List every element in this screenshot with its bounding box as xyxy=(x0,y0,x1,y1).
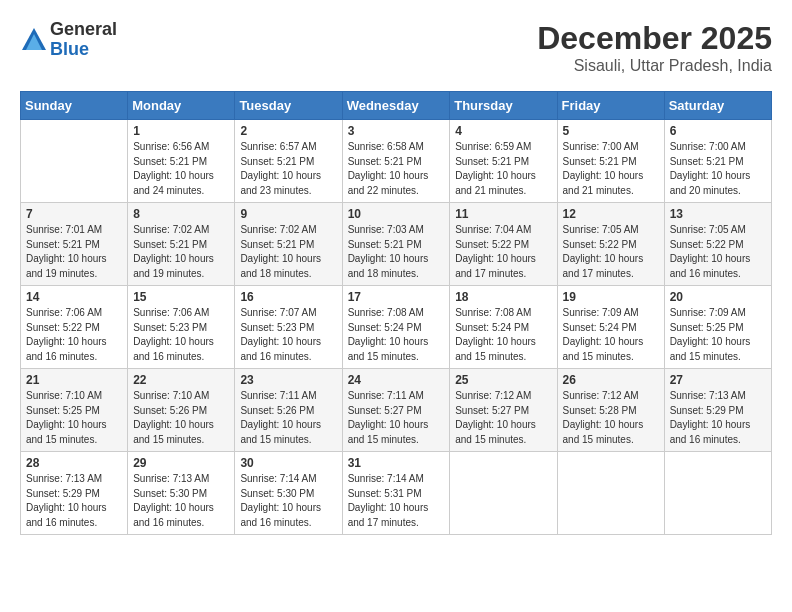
day-number: 23 xyxy=(240,373,336,387)
day-number: 31 xyxy=(348,456,445,470)
day-number: 13 xyxy=(670,207,766,221)
day-info: Sunrise: 7:14 AMSunset: 5:30 PMDaylight:… xyxy=(240,472,336,530)
day-number: 12 xyxy=(563,207,659,221)
calendar-day-cell: 15Sunrise: 7:06 AMSunset: 5:23 PMDayligh… xyxy=(128,286,235,369)
empty-cell xyxy=(450,452,557,535)
column-header-tuesday: Tuesday xyxy=(235,92,342,120)
logo-blue-text: Blue xyxy=(50,40,117,60)
column-header-wednesday: Wednesday xyxy=(342,92,450,120)
column-header-thursday: Thursday xyxy=(450,92,557,120)
day-number: 10 xyxy=(348,207,445,221)
calendar-day-cell: 30Sunrise: 7:14 AMSunset: 5:30 PMDayligh… xyxy=(235,452,342,535)
column-header-saturday: Saturday xyxy=(664,92,771,120)
day-number: 8 xyxy=(133,207,229,221)
day-number: 30 xyxy=(240,456,336,470)
calendar-day-cell: 27Sunrise: 7:13 AMSunset: 5:29 PMDayligh… xyxy=(664,369,771,452)
calendar-day-cell: 28Sunrise: 7:13 AMSunset: 5:29 PMDayligh… xyxy=(21,452,128,535)
calendar-day-cell: 19Sunrise: 7:09 AMSunset: 5:24 PMDayligh… xyxy=(557,286,664,369)
day-number: 22 xyxy=(133,373,229,387)
calendar-day-cell: 29Sunrise: 7:13 AMSunset: 5:30 PMDayligh… xyxy=(128,452,235,535)
calendar-table: SundayMondayTuesdayWednesdayThursdayFrid… xyxy=(20,91,772,535)
day-info: Sunrise: 6:56 AMSunset: 5:21 PMDaylight:… xyxy=(133,140,229,198)
day-info: Sunrise: 7:13 AMSunset: 5:30 PMDaylight:… xyxy=(133,472,229,530)
day-info: Sunrise: 7:11 AMSunset: 5:26 PMDaylight:… xyxy=(240,389,336,447)
day-number: 27 xyxy=(670,373,766,387)
day-number: 1 xyxy=(133,124,229,138)
day-info: Sunrise: 7:00 AMSunset: 5:21 PMDaylight:… xyxy=(670,140,766,198)
month-title: December 2025 xyxy=(537,20,772,57)
calendar-day-cell: 11Sunrise: 7:04 AMSunset: 5:22 PMDayligh… xyxy=(450,203,557,286)
calendar-day-cell: 18Sunrise: 7:08 AMSunset: 5:24 PMDayligh… xyxy=(450,286,557,369)
day-info: Sunrise: 7:05 AMSunset: 5:22 PMDaylight:… xyxy=(563,223,659,281)
day-info: Sunrise: 7:13 AMSunset: 5:29 PMDaylight:… xyxy=(26,472,122,530)
day-info: Sunrise: 7:07 AMSunset: 5:23 PMDaylight:… xyxy=(240,306,336,364)
day-info: Sunrise: 7:04 AMSunset: 5:22 PMDaylight:… xyxy=(455,223,551,281)
column-header-monday: Monday xyxy=(128,92,235,120)
calendar-week-row: 14Sunrise: 7:06 AMSunset: 5:22 PMDayligh… xyxy=(21,286,772,369)
calendar-header-row: SundayMondayTuesdayWednesdayThursdayFrid… xyxy=(21,92,772,120)
empty-cell xyxy=(557,452,664,535)
day-info: Sunrise: 7:01 AMSunset: 5:21 PMDaylight:… xyxy=(26,223,122,281)
calendar-week-row: 7Sunrise: 7:01 AMSunset: 5:21 PMDaylight… xyxy=(21,203,772,286)
day-info: Sunrise: 7:13 AMSunset: 5:29 PMDaylight:… xyxy=(670,389,766,447)
day-number: 24 xyxy=(348,373,445,387)
calendar-day-cell: 3Sunrise: 6:58 AMSunset: 5:21 PMDaylight… xyxy=(342,120,450,203)
calendar-week-row: 28Sunrise: 7:13 AMSunset: 5:29 PMDayligh… xyxy=(21,452,772,535)
column-header-sunday: Sunday xyxy=(21,92,128,120)
day-info: Sunrise: 6:57 AMSunset: 5:21 PMDaylight:… xyxy=(240,140,336,198)
calendar-day-cell: 6Sunrise: 7:00 AMSunset: 5:21 PMDaylight… xyxy=(664,120,771,203)
day-number: 9 xyxy=(240,207,336,221)
day-number: 29 xyxy=(133,456,229,470)
day-number: 20 xyxy=(670,290,766,304)
day-info: Sunrise: 7:09 AMSunset: 5:25 PMDaylight:… xyxy=(670,306,766,364)
day-info: Sunrise: 7:08 AMSunset: 5:24 PMDaylight:… xyxy=(455,306,551,364)
empty-cell xyxy=(664,452,771,535)
day-number: 6 xyxy=(670,124,766,138)
day-info: Sunrise: 7:06 AMSunset: 5:22 PMDaylight:… xyxy=(26,306,122,364)
calendar-day-cell: 25Sunrise: 7:12 AMSunset: 5:27 PMDayligh… xyxy=(450,369,557,452)
day-number: 15 xyxy=(133,290,229,304)
day-number: 21 xyxy=(26,373,122,387)
day-info: Sunrise: 7:00 AMSunset: 5:21 PMDaylight:… xyxy=(563,140,659,198)
calendar-week-row: 21Sunrise: 7:10 AMSunset: 5:25 PMDayligh… xyxy=(21,369,772,452)
day-number: 19 xyxy=(563,290,659,304)
day-number: 4 xyxy=(455,124,551,138)
day-info: Sunrise: 7:09 AMSunset: 5:24 PMDaylight:… xyxy=(563,306,659,364)
day-number: 25 xyxy=(455,373,551,387)
day-info: Sunrise: 7:10 AMSunset: 5:25 PMDaylight:… xyxy=(26,389,122,447)
calendar-week-row: 1Sunrise: 6:56 AMSunset: 5:21 PMDaylight… xyxy=(21,120,772,203)
day-number: 18 xyxy=(455,290,551,304)
day-number: 11 xyxy=(455,207,551,221)
calendar-day-cell: 14Sunrise: 7:06 AMSunset: 5:22 PMDayligh… xyxy=(21,286,128,369)
calendar-day-cell: 7Sunrise: 7:01 AMSunset: 5:21 PMDaylight… xyxy=(21,203,128,286)
day-info: Sunrise: 7:03 AMSunset: 5:21 PMDaylight:… xyxy=(348,223,445,281)
calendar-day-cell: 4Sunrise: 6:59 AMSunset: 5:21 PMDaylight… xyxy=(450,120,557,203)
day-info: Sunrise: 7:12 AMSunset: 5:27 PMDaylight:… xyxy=(455,389,551,447)
day-info: Sunrise: 7:05 AMSunset: 5:22 PMDaylight:… xyxy=(670,223,766,281)
calendar-day-cell: 31Sunrise: 7:14 AMSunset: 5:31 PMDayligh… xyxy=(342,452,450,535)
calendar-day-cell: 16Sunrise: 7:07 AMSunset: 5:23 PMDayligh… xyxy=(235,286,342,369)
logo-general-text: General xyxy=(50,20,117,40)
calendar-day-cell: 23Sunrise: 7:11 AMSunset: 5:26 PMDayligh… xyxy=(235,369,342,452)
calendar-day-cell: 2Sunrise: 6:57 AMSunset: 5:21 PMDaylight… xyxy=(235,120,342,203)
day-info: Sunrise: 7:02 AMSunset: 5:21 PMDaylight:… xyxy=(133,223,229,281)
column-header-friday: Friday xyxy=(557,92,664,120)
title-block: December 2025 Sisauli, Uttar Pradesh, In… xyxy=(537,20,772,75)
day-number: 3 xyxy=(348,124,445,138)
day-info: Sunrise: 7:12 AMSunset: 5:28 PMDaylight:… xyxy=(563,389,659,447)
calendar-day-cell: 5Sunrise: 7:00 AMSunset: 5:21 PMDaylight… xyxy=(557,120,664,203)
calendar-day-cell: 22Sunrise: 7:10 AMSunset: 5:26 PMDayligh… xyxy=(128,369,235,452)
calendar-day-cell: 17Sunrise: 7:08 AMSunset: 5:24 PMDayligh… xyxy=(342,286,450,369)
calendar-day-cell: 13Sunrise: 7:05 AMSunset: 5:22 PMDayligh… xyxy=(664,203,771,286)
day-number: 5 xyxy=(563,124,659,138)
empty-cell xyxy=(21,120,128,203)
day-number: 17 xyxy=(348,290,445,304)
day-info: Sunrise: 7:10 AMSunset: 5:26 PMDaylight:… xyxy=(133,389,229,447)
day-info: Sunrise: 7:06 AMSunset: 5:23 PMDaylight:… xyxy=(133,306,229,364)
calendar-day-cell: 10Sunrise: 7:03 AMSunset: 5:21 PMDayligh… xyxy=(342,203,450,286)
day-number: 16 xyxy=(240,290,336,304)
day-number: 2 xyxy=(240,124,336,138)
day-number: 14 xyxy=(26,290,122,304)
day-info: Sunrise: 7:02 AMSunset: 5:21 PMDaylight:… xyxy=(240,223,336,281)
calendar-day-cell: 26Sunrise: 7:12 AMSunset: 5:28 PMDayligh… xyxy=(557,369,664,452)
